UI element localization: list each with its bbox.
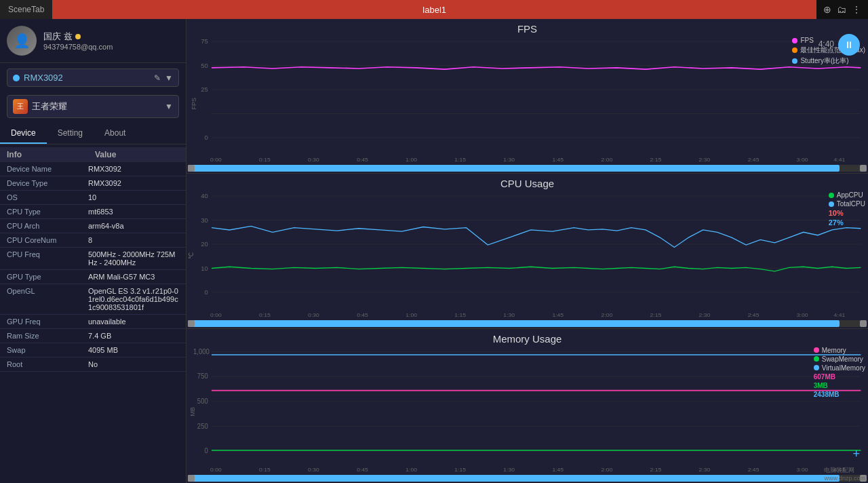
memory-scrollbar[interactable] (188, 475, 867, 482)
user-name: 国庆 兹 (43, 31, 113, 43)
device-name: RMX3092 (13, 73, 63, 83)
device-tabs: Device Setting About (0, 123, 186, 144)
fps-scrollbar[interactable] (188, 165, 867, 172)
info-row-label: CPU Arch (7, 222, 88, 230)
svg-text:1:30: 1:30 (503, 311, 515, 318)
info-row: GPU TypeARM Mali-G57 MC3 (0, 270, 186, 284)
memory-time-axis: 0:00 0:15 0:30 0:45 1:00 1:15 1:30 1:45 … (210, 464, 867, 474)
info-row-value: No (88, 360, 179, 368)
info-row-label: CPU Freq (7, 250, 88, 258)
cpu-chart-svg: 40 30 20 10 0 (186, 189, 868, 309)
memory-y-axis-label: MB (189, 407, 196, 417)
fps-y-axis-label: FPS (191, 98, 197, 110)
svg-text:250: 250 (197, 422, 208, 429)
svg-text:4:41: 4:41 (834, 311, 846, 318)
info-row: CPU CoreNum8 (0, 233, 186, 248)
svg-text:20: 20 (201, 240, 208, 248)
svg-text:0: 0 (204, 134, 208, 141)
location-icon[interactable]: ⊕ (823, 4, 831, 15)
fps-scroll-right-handle[interactable] (860, 165, 867, 172)
fps-time-axis-svg: 0:00 0:15 0:30 0:45 1:00 1:15 1:30 1:45 … (210, 154, 867, 163)
memory-chart-svg: 1,000 750 500 250 0 (186, 344, 868, 464)
svg-text:1:00: 1:00 (406, 157, 417, 163)
cpu-y-axis-label: ℃ (188, 252, 195, 259)
info-row-value: 500MHz - 2000MHz 725MHz - 2400MHz (88, 250, 179, 267)
cpu-legend-totalcpu: TotalCPU (829, 200, 865, 208)
svg-text:3:00: 3:00 (797, 466, 808, 473)
cpu-legend: AppCPU TotalCPU 10% 27% (829, 191, 865, 227)
svg-text:2:30: 2:30 (699, 157, 711, 163)
scene-tab[interactable]: SceneTab (0, 0, 52, 19)
avatar: 👤 (7, 26, 37, 56)
svg-text:2:00: 2:00 (601, 311, 612, 318)
top-icons: ⊕ 🗂 ⋮ (816, 4, 868, 15)
info-row-value: OpenGL ES 3.2 v1.r21p0-01rel0.d6ec04c0fa… (88, 287, 179, 311)
svg-text:1:30: 1:30 (503, 157, 515, 163)
left-panel: 👤 国庆 兹 943794758@qq.com RMX3092 ✎ ▼ (0, 19, 186, 483)
memory-chart-section: Memory Usage 1,000 750 500 250 0 (186, 329, 868, 483)
cpu-scroll-right-handle[interactable] (860, 320, 867, 327)
info-row: CPU Archarm64-v8a (0, 219, 186, 233)
memory-legend-memory: Memory (814, 347, 865, 354)
svg-text:2:15: 2:15 (650, 311, 662, 318)
svg-text:1:45: 1:45 (552, 311, 564, 318)
cpu-scrollbar[interactable] (188, 320, 867, 327)
svg-text:1:15: 1:15 (454, 466, 466, 473)
chevron-down-icon[interactable]: ▼ (165, 73, 173, 83)
memory-value: 607MB (814, 373, 865, 381)
fps-chart-title: FPS (186, 19, 868, 36)
svg-text:25: 25 (201, 85, 208, 93)
device-selector-icons: ✎ ▼ (154, 73, 173, 83)
svg-text:2:30: 2:30 (699, 466, 711, 473)
info-row: CPU Freq500MHz - 2000MHz 725MHz - 2400MH… (0, 248, 186, 270)
game-selector[interactable]: 王 王者荣耀 ▼ (7, 95, 179, 118)
cpu-chart-area: 40 30 20 10 0 AppCPU (186, 189, 868, 309)
pause-button[interactable]: ⏸ (838, 34, 860, 56)
memory-scroll-left-handle[interactable] (188, 475, 195, 482)
tab-device[interactable]: Device (0, 123, 47, 144)
device-selector[interactable]: RMX3092 ✎ ▼ (7, 69, 179, 87)
tab-setting[interactable]: Setting (47, 123, 94, 144)
online-indicator (75, 34, 81, 39)
cpu-time-axis-svg: 0:00 0:15 0:30 0:45 1:00 1:15 1:30 1:45 … (210, 309, 867, 319)
fps-legend-stutter: Stuttery率(比率) (792, 56, 865, 66)
fps-chart-area: 75 50 25 0 60 0 FPS (186, 34, 868, 154)
info-row-label: GPU Freq (7, 317, 88, 326)
fps-chart-svg: 75 50 25 0 60 0 (186, 34, 868, 154)
info-row: Device TypeRMX3092 (0, 176, 186, 191)
svg-text:2:45: 2:45 (748, 157, 760, 163)
cpu-scroll-left-handle[interactable] (188, 320, 195, 327)
tab-about[interactable]: About (94, 123, 136, 144)
info-row: RootNo (0, 358, 186, 372)
virtual-value: 2438MB (814, 391, 865, 398)
svg-text:0:00: 0:00 (210, 311, 222, 318)
svg-text:1:15: 1:15 (454, 311, 466, 318)
game-icon: 王 (13, 99, 28, 114)
virtual-dot (814, 365, 819, 370)
info-row-label: OS (7, 193, 88, 201)
fps-max-dot (792, 47, 797, 53)
game-chevron-icon[interactable]: ▼ (165, 102, 173, 111)
info-row-label: Root (7, 360, 88, 368)
zoom-plus-icon[interactable]: + (852, 447, 860, 461)
info-row-value: 4095 MB (88, 346, 179, 354)
fps-scroll-left-handle[interactable] (188, 165, 195, 172)
svg-text:0: 0 (204, 288, 208, 296)
main-layout: 👤 国庆 兹 943794758@qq.com RMX3092 ✎ ▼ (0, 19, 868, 483)
svg-text:2:45: 2:45 (748, 466, 760, 473)
info-row: Device NameRMX3092 (0, 162, 186, 176)
fps-chart-section: FPS 75 50 25 0 60 (186, 19, 868, 174)
info-row-value: arm64-v8a (88, 222, 179, 230)
more-icon[interactable]: ⋮ (852, 4, 861, 15)
folder-icon[interactable]: 🗂 (837, 4, 846, 15)
svg-text:2:00: 2:00 (601, 466, 612, 473)
svg-text:0:15: 0:15 (259, 466, 271, 473)
svg-text:2:30: 2:30 (699, 311, 711, 318)
time-value: 4:40 (818, 39, 834, 49)
svg-text:3:00: 3:00 (797, 157, 808, 163)
fps-time-axis: 0:00 0:15 0:30 0:45 1:00 1:15 1:30 1:45 … (210, 154, 867, 163)
info-row: Ram Size7.4 GB (0, 329, 186, 343)
info-row-value: RMX3092 (88, 179, 179, 187)
svg-text:750: 750 (197, 372, 208, 380)
edit-icon[interactable]: ✎ (154, 73, 161, 83)
